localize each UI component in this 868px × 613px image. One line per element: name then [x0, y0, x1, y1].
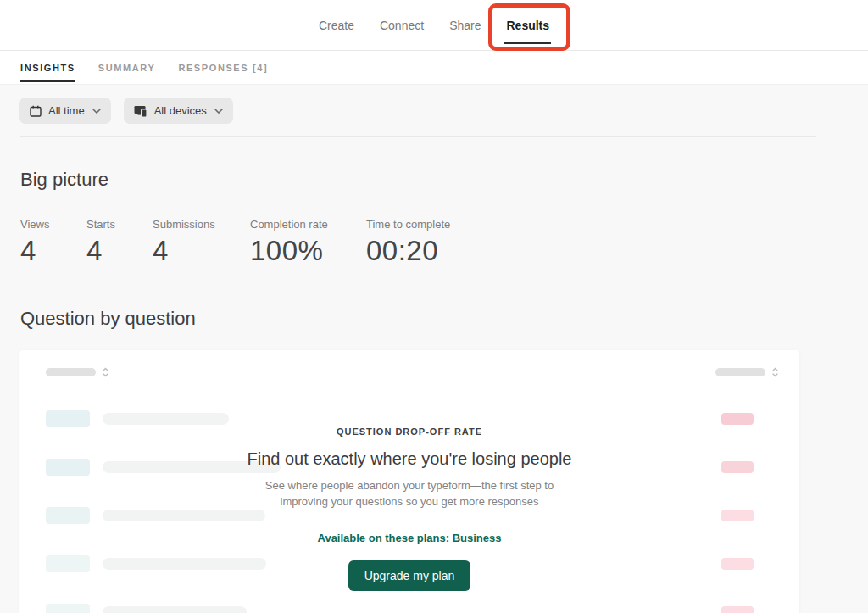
stat-label: Time to complete — [366, 218, 450, 231]
device-filter-dropdown[interactable]: All devices — [124, 98, 233, 124]
device-filter-label: All devices — [154, 104, 207, 117]
skeleton-thumb — [46, 604, 90, 613]
skeleton-row — [19, 604, 799, 613]
chevron-down-icon — [92, 109, 101, 114]
skeleton-dropdown-right — [715, 367, 778, 377]
time-filter-label: All time — [48, 104, 85, 117]
stat-value: 100% — [250, 235, 366, 267]
devices-icon — [134, 105, 147, 117]
tab-responses[interactable]: RESPONSES [4] — [178, 51, 268, 84]
tab-summary[interactable]: SUMMARY — [98, 51, 156, 84]
stat-label: Submissions — [153, 218, 250, 231]
big-picture-heading: Big picture — [20, 137, 868, 191]
results-tab-bar: INSIGHTS SUMMARY RESPONSES [4] — [0, 51, 868, 85]
sort-arrows-icon — [103, 367, 108, 377]
stat-submissions: Submissions 4 — [153, 218, 250, 267]
sort-arrows-icon — [772, 367, 778, 377]
skeleton-bar — [103, 606, 247, 613]
nav-item-results[interactable]: Results — [506, 19, 549, 32]
stat-completion-rate: Completion rate 100% — [250, 218, 366, 267]
question-dropoff-card: QUESTION DROP-OFF RATE Find out exactly … — [19, 350, 799, 613]
skeleton-bar — [103, 413, 229, 425]
active-nav-underline — [504, 42, 551, 44]
skeleton-row — [19, 410, 799, 427]
stat-value: 00:20 — [366, 235, 450, 267]
insights-content: All time All devices — [0, 85, 868, 613]
stat-label: Views — [20, 218, 86, 231]
top-navigation: Create Connect Share Results — [0, 0, 868, 51]
upsell-plans-note: Available on these plans: Business — [19, 532, 799, 544]
stat-value: 4 — [86, 235, 153, 267]
time-filter-dropdown[interactable]: All time — [19, 98, 111, 124]
question-by-question-heading: Question by question — [20, 308, 868, 330]
skeleton-dropoff-bar — [721, 413, 754, 425]
skeleton-thumb — [46, 410, 90, 427]
upsell-overlay: QUESTION DROP-OFF RATE Find out exactly … — [19, 426, 799, 591]
filter-row: All time All devices — [0, 85, 868, 136]
calendar-icon — [30, 105, 42, 117]
skeleton-dropdown-left — [46, 367, 108, 377]
tab-insights[interactable]: INSIGHTS — [20, 51, 75, 84]
skeleton-dropoff-bar — [721, 606, 754, 613]
nav-item-results-wrapper: Results — [506, 18, 549, 33]
chevron-down-icon — [214, 109, 223, 114]
upgrade-plan-button[interactable]: Upgrade my plan — [348, 560, 471, 591]
upsell-description: See where people abandon your typeform—t… — [242, 478, 577, 510]
stat-value: 4 — [153, 235, 250, 267]
stat-value: 4 — [20, 235, 86, 267]
stat-time-to-complete: Time to complete 00:20 — [366, 218, 450, 267]
nav-item-connect[interactable]: Connect — [380, 19, 424, 32]
nav-item-create[interactable]: Create — [319, 19, 354, 32]
big-picture-stats: Views 4 Starts 4 Submissions 4 Completio… — [20, 218, 868, 267]
upsell-headline: Find out exactly where you're losing peo… — [19, 449, 799, 469]
skeleton-bar — [46, 368, 96, 376]
upsell-eyebrow: QUESTION DROP-OFF RATE — [19, 426, 799, 437]
skeleton-card-header — [19, 350, 799, 377]
stat-views: Views 4 — [20, 218, 86, 267]
stat-starts: Starts 4 — [86, 218, 153, 267]
nav-item-share[interactable]: Share — [449, 19, 481, 32]
skeleton-bar — [715, 368, 765, 376]
stat-label: Starts — [86, 218, 153, 231]
stat-label: Completion rate — [250, 218, 366, 231]
